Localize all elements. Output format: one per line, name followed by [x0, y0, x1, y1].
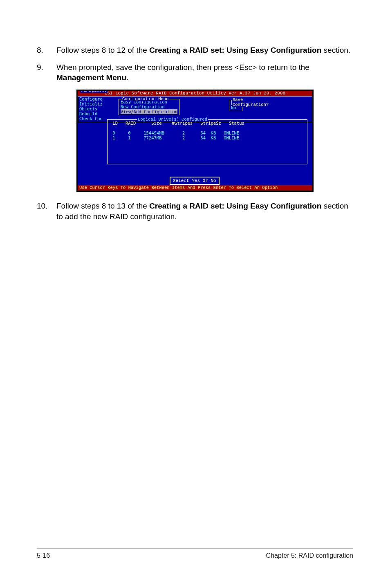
text: section. [321, 46, 350, 54]
logical-drives-box: Logical Drive(s) Configured LD RAID Size… [107, 119, 307, 164]
configuration-menu-box: Configuration Menu Easy Configuration Ne… [119, 99, 179, 115]
bios-title: LSI Logic Software RAID Configuration Ut… [78, 91, 312, 96]
page-content: 8. Follow steps 8 to 12 of the Creating … [0, 0, 390, 222]
save-configuration-box: Save Configuration? Yes No [229, 100, 242, 111]
bios-screenshot: LSI Logic Software RAID Configuration Ut… [76, 90, 314, 192]
management-menu-title: Management [80, 90, 108, 93]
step-9: 9. When prompted, save the configuration… [37, 62, 353, 83]
bold-ref: Management Menu [56, 73, 126, 82]
text: Follow steps 8 to 13 of the [56, 202, 149, 210]
step-number: 9. [37, 62, 56, 83]
bios-footer-hint: Use Cursor Keys To Navigate Between Item… [78, 185, 312, 191]
bold-ref: Creating a RAID set: Using Easy Configur… [149, 202, 321, 210]
step-number: 10. [37, 201, 56, 222]
logical-drives-table: LD RAID Size #Stripes StripeSz Status 0 … [108, 120, 307, 141]
text: Follow steps 8 to 12 of the [56, 46, 149, 54]
configuration-menu-title: Configuration Menu [121, 97, 169, 101]
step-body: When prompted, save the configuration, t… [56, 62, 353, 83]
step-body: Follow steps 8 to 13 of the Creating a R… [56, 201, 353, 222]
text: When prompted, save the configuration, t… [56, 63, 309, 72]
bold-ref: Creating a RAID set: Using Easy Configur… [149, 46, 321, 54]
page-footer: 5-16 Chapter 5: RAID configuration [37, 548, 353, 559]
step-number: 8. [37, 45, 56, 56]
save-configuration-title: Save Configuration? [232, 97, 269, 107]
step-10: 10. Follow steps 8 to 13 of the Creating… [37, 201, 353, 222]
configuration-menu-items: Easy Configuration New Configuration Vie… [121, 99, 177, 114]
page-number: 5-16 [37, 552, 50, 559]
chapter-label: Chapter 5: RAID configuration [266, 552, 353, 559]
logical-drives-title: Logical Drive(s) Configured [137, 117, 208, 122]
select-prompt: Select Yes Or No [170, 177, 220, 185]
step-8: 8. Follow steps 8 to 12 of the Creating … [37, 45, 353, 56]
step-body: Follow steps 8 to 12 of the Creating a R… [56, 45, 353, 56]
text: . [126, 73, 128, 82]
